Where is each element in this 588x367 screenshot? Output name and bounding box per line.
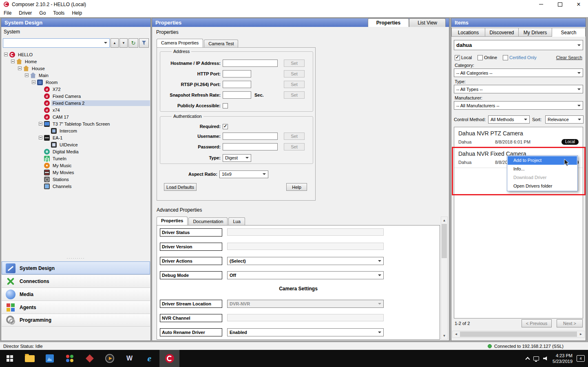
taskbar-app-grid[interactable] bbox=[60, 350, 80, 367]
system-search-input[interactable] bbox=[3, 38, 110, 48]
menu-tools[interactable]: Tools bbox=[49, 9, 68, 17]
tree-item-my-movies[interactable]: My Movies bbox=[2, 169, 150, 176]
tab-properties-view[interactable]: Properties bbox=[368, 18, 409, 27]
notifications-icon[interactable]: 4 bbox=[577, 355, 585, 362]
tree-item-room[interactable]: Room bbox=[2, 79, 150, 86]
tree-item-tunein[interactable]: TuneIn bbox=[2, 155, 150, 162]
type-select[interactable]: -- All Types -- bbox=[454, 85, 583, 93]
tab-locations[interactable]: Locations bbox=[451, 28, 485, 37]
hidden-icons-chevron-icon[interactable] bbox=[525, 357, 530, 361]
taskbar-file-explorer[interactable] bbox=[20, 350, 40, 367]
scroll-down-icon[interactable]: ▼ bbox=[441, 332, 447, 339]
tab-adv-lua[interactable]: Lua bbox=[228, 217, 245, 225]
clear-search-link[interactable]: Clear Search bbox=[556, 55, 582, 60]
snapshot-set-button[interactable]: Set bbox=[284, 91, 305, 99]
online-checkbox[interactable] bbox=[477, 55, 483, 60]
username-input[interactable] bbox=[223, 133, 278, 140]
driver-actions-select[interactable]: (Select) bbox=[227, 257, 384, 265]
tree-item-stations[interactable]: Stations bbox=[2, 176, 150, 183]
load-defaults-button[interactable]: Load Defaults bbox=[164, 183, 197, 191]
nav-media[interactable]: Media bbox=[2, 287, 150, 301]
tab-adv-properties[interactable]: Properties bbox=[157, 217, 188, 225]
volume-icon[interactable] bbox=[543, 356, 548, 361]
menu-add-to-project[interactable]: Add to Project bbox=[508, 156, 577, 165]
menu-file[interactable]: File bbox=[0, 9, 15, 17]
tree-item-fixed-camera-2[interactable]: Fixed Camera 2 bbox=[2, 99, 150, 106]
control-method-select[interactable]: All Methods bbox=[488, 115, 530, 124]
publicly-accessible-checkbox[interactable] bbox=[223, 103, 228, 108]
collapse-icon[interactable] bbox=[39, 136, 42, 139]
username-set-button[interactable]: Set bbox=[284, 133, 305, 140]
http-port-set-button[interactable]: Set bbox=[284, 70, 305, 77]
menu-go[interactable]: Go bbox=[35, 9, 49, 17]
scroll-up-icon[interactable]: ▲ bbox=[441, 217, 447, 224]
taskbar-media-player[interactable] bbox=[99, 350, 119, 367]
nav-programming[interactable]: Programming bbox=[2, 314, 150, 327]
taskbar-clock[interactable]: 4:23 PM 5/23/2019 bbox=[553, 353, 573, 364]
local-checkbox[interactable] bbox=[455, 55, 460, 60]
rtsp-port-set-button[interactable]: Set bbox=[284, 81, 305, 88]
tree-item-ea-1[interactable]: EA-1 bbox=[2, 134, 150, 141]
collapse-icon[interactable] bbox=[39, 122, 42, 126]
tree-item-t3-touchscreen[interactable]: T3 7" Tabletop Touch Screen bbox=[2, 120, 150, 127]
next-button[interactable]: Next > bbox=[557, 319, 583, 327]
taskbar-photos[interactable] bbox=[40, 350, 60, 367]
taskbar-composer[interactable] bbox=[159, 350, 179, 367]
tree-item-home[interactable]: Home bbox=[2, 58, 150, 65]
menu-driver[interactable]: Driver bbox=[15, 9, 35, 17]
http-port-input[interactable] bbox=[223, 70, 251, 77]
menu-info[interactable]: Info... bbox=[508, 165, 577, 173]
tab-discovered[interactable]: Discovered bbox=[485, 28, 519, 37]
tree-item-hello[interactable]: HELLO bbox=[2, 51, 150, 58]
scroll-right-icon[interactable]: ► bbox=[577, 331, 584, 337]
tree-item-cam-17[interactable]: CAM 17 bbox=[2, 113, 150, 120]
search-up-button[interactable]: ▲ bbox=[111, 38, 119, 48]
tree-item-my-music[interactable]: My Music bbox=[2, 162, 150, 169]
password-input[interactable] bbox=[223, 143, 278, 150]
tree-item-intercom[interactable]: Intercom bbox=[2, 127, 150, 134]
advanced-scrollbar[interactable]: ▲ ▼ bbox=[441, 217, 448, 340]
tab-camera-properties[interactable]: Camera Properties bbox=[157, 39, 203, 47]
tab-list-view[interactable]: List View bbox=[409, 18, 446, 27]
tab-camera-test[interactable]: Camera Test bbox=[204, 40, 238, 47]
tree-item-x72[interactable]: X72 bbox=[2, 86, 150, 93]
previous-button[interactable]: < Previous bbox=[522, 319, 552, 327]
collapse-icon[interactable] bbox=[18, 66, 22, 70]
tree-item-digital-media[interactable]: Digital Media bbox=[2, 148, 150, 155]
minimize-button[interactable] bbox=[532, 0, 550, 9]
aspect-ratio-select[interactable]: 16x9 bbox=[219, 170, 268, 178]
hostname-set-button[interactable]: Set bbox=[284, 60, 305, 67]
close-button[interactable] bbox=[569, 0, 588, 9]
tab-my-drivers[interactable]: My Drivers bbox=[519, 28, 552, 37]
tree-item-main[interactable]: Main bbox=[2, 72, 150, 79]
menu-help[interactable]: Help bbox=[68, 9, 86, 17]
network-icon[interactable] bbox=[533, 356, 539, 360]
scroll-left-icon[interactable]: ◄ bbox=[453, 331, 460, 337]
tree-item-x74[interactable]: x74 bbox=[2, 106, 150, 113]
taskbar-internet-explorer[interactable]: e bbox=[139, 350, 159, 367]
auto-rename-select[interactable]: Enabled bbox=[227, 328, 384, 336]
result-dahua-nvr-ptz-camera[interactable]: Dahua NVR PTZ Camera Dahua 8/8/2018 6:01… bbox=[454, 127, 583, 148]
tree-item-fixed-camera[interactable]: Fixed Camera bbox=[2, 93, 150, 99]
password-set-button[interactable]: Set bbox=[284, 143, 305, 150]
menu-open-drivers-folder[interactable]: Open Drivers folder bbox=[508, 182, 577, 190]
collapse-icon[interactable] bbox=[4, 53, 8, 56]
rtsp-port-input[interactable] bbox=[223, 81, 251, 88]
tree-item-uidevice[interactable]: UIDevice bbox=[2, 141, 150, 148]
collapse-icon[interactable] bbox=[25, 73, 29, 77]
search-down-button[interactable]: ▼ bbox=[119, 38, 128, 48]
nav-agents[interactable]: Agents bbox=[2, 301, 150, 314]
tab-search[interactable]: Search bbox=[552, 28, 586, 37]
taskbar-wordpad[interactable]: W bbox=[119, 350, 139, 367]
debug-mode-select[interactable]: Off bbox=[227, 271, 384, 279]
sort-select[interactable]: Relevance bbox=[545, 115, 584, 124]
auth-type-select[interactable]: Digest bbox=[223, 154, 251, 162]
refresh-button[interactable]: ↻ bbox=[128, 38, 138, 48]
scrollbar-thumb[interactable] bbox=[442, 224, 447, 258]
tree-item-house[interactable]: House bbox=[2, 65, 150, 72]
nav-connections[interactable]: Connections bbox=[2, 274, 150, 287]
certified-only-checkbox[interactable] bbox=[503, 55, 508, 60]
collapse-icon[interactable] bbox=[32, 80, 35, 84]
scrollbar-thumb[interactable] bbox=[460, 332, 577, 337]
manufacturer-select[interactable]: -- All Manufacturers -- bbox=[454, 101, 583, 110]
